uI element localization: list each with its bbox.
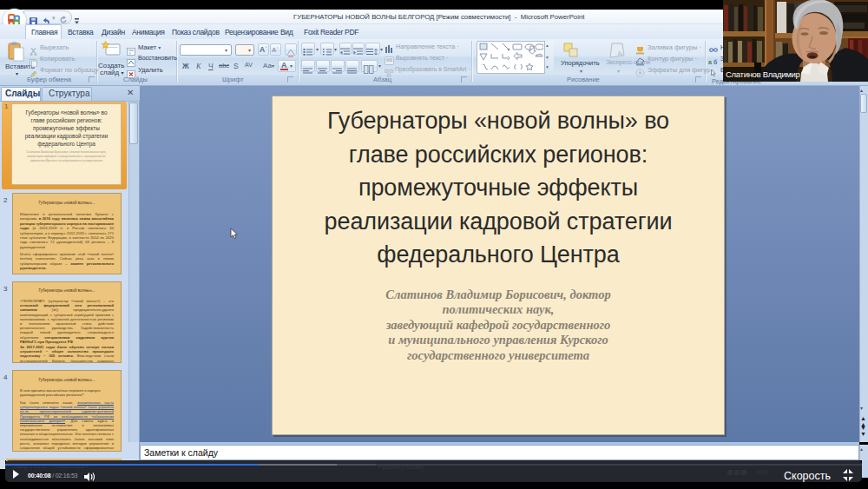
svg-text:a: a [708,59,712,65]
svg-text:б: б [713,59,718,65]
